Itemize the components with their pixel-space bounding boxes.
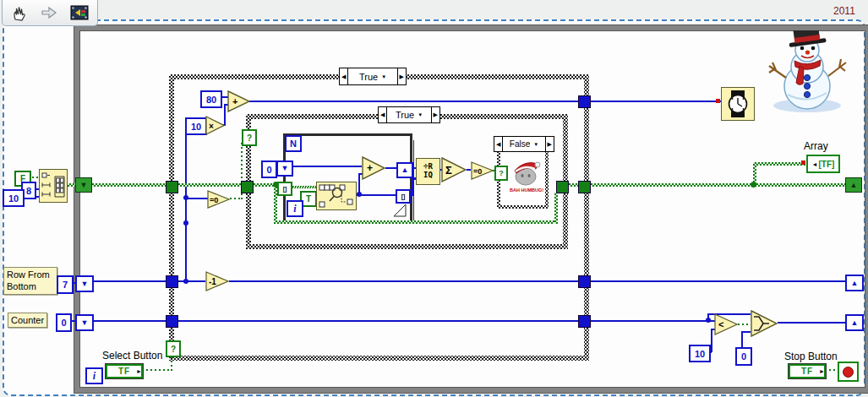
shift-register-counter-left[interactable]: ▼ (75, 314, 94, 331)
wire-shift-to-add[interactable] (290, 166, 362, 167)
search-array-node[interactable] (316, 182, 357, 210)
next-case-icon[interactable]: ▶ (398, 68, 406, 84)
tunnel-array-out[interactable] (578, 181, 591, 193)
wire-junction (357, 192, 362, 197)
wire-array-indicator-v[interactable] (753, 166, 756, 183)
edit-vi-icon-tool-icon[interactable] (69, 3, 90, 22)
rows-constant[interactable]: 10 (3, 189, 25, 207)
delay-base-constant[interactable]: 80 (200, 90, 222, 108)
wire-stop-button[interactable] (825, 369, 838, 371)
inner-case-selector[interactable]: ◀ True▼ ▶ (378, 106, 440, 123)
limit-constant[interactable]: 10 (689, 345, 711, 362)
wire-array-bypass-v2[interactable] (554, 192, 558, 224)
scroll-arrow-tool-icon[interactable] (40, 3, 58, 22)
wire-0-to-select[interactable] (741, 331, 751, 333)
tunnel-row-out[interactable] (578, 275, 591, 288)
inner-case-selector-terminal[interactable]: ? (242, 129, 257, 146)
prev-case-icon[interactable]: ◀ (379, 107, 386, 122)
while-iteration-terminal[interactable]: i (85, 367, 103, 384)
stop-button-terminal[interactable]: TF► (788, 363, 827, 379)
nested-case-selector-terminal[interactable]: ? (494, 166, 508, 181)
wire-counter-2[interactable] (177, 320, 578, 322)
wire-array-1[interactable] (90, 183, 167, 187)
wire-row-4[interactable] (589, 280, 845, 282)
shift-register-array-right[interactable]: ▲ (845, 177, 862, 193)
inner-tunnel-array-in[interactable] (241, 181, 254, 193)
multiply-function[interactable]: × (205, 116, 225, 135)
wire-array-5[interactable] (589, 183, 847, 187)
for-init-constant[interactable]: 0 (261, 160, 277, 178)
stop-sign-icon (843, 367, 854, 378)
add-array-elements-node[interactable]: Σ (441, 157, 467, 182)
inner-tunnel-array-out[interactable] (556, 181, 569, 193)
array-indicator-terminal[interactable]: ◄ [TF] (806, 155, 840, 173)
wire-row-to-search[interactable] (289, 186, 316, 188)
wire-delay-1[interactable] (248, 101, 578, 102)
row-equal-zero-node[interactable]: =0 (207, 190, 230, 209)
for-shift-register-right[interactable]: ▲ (396, 162, 413, 178)
prev-case-icon[interactable]: ◀ (340, 68, 347, 84)
case-dropdown-icon: ▼ (533, 142, 538, 147)
wire-array-2[interactable] (177, 183, 243, 187)
select-button-terminal[interactable]: TF► (105, 363, 144, 379)
outer-case-selector[interactable]: ◀ True▼ ▶ (339, 68, 407, 85)
shift-register-array-left[interactable]: ▼ (75, 177, 92, 193)
next-case-icon[interactable]: ▶ (546, 137, 554, 151)
equal-zero-node[interactable]: =0 (471, 161, 494, 180)
delay-scale-constant[interactable]: 10 (185, 117, 207, 135)
wire-select-button-h[interactable] (142, 369, 172, 371)
add-delay-function[interactable]: + (227, 90, 250, 112)
decrement-node[interactable]: -1 (205, 271, 229, 291)
wire-array-to-quotient-v[interactable] (412, 178, 414, 196)
tunnel-counter-in[interactable] (166, 315, 178, 328)
add-function[interactable]: + (362, 156, 385, 180)
wire-array-bypass-h[interactable] (274, 220, 558, 224)
shift-register-row-left[interactable]: ▼ (75, 275, 94, 292)
wire-select-out[interactable] (778, 322, 846, 324)
row-start-constant[interactable]: 7 (57, 275, 74, 294)
wire-junction (183, 220, 188, 226)
counter-start-constant[interactable]: 0 (56, 313, 72, 332)
wire-10-up[interactable] (711, 329, 712, 352)
wire-row-branch-v[interactable] (185, 128, 187, 282)
for-loop-dogear (393, 204, 407, 217)
nested-case-selector[interactable]: ◀ False▼ ▶ (494, 136, 554, 152)
for-shift-register-left[interactable]: ▼ (276, 160, 293, 177)
shift-register-counter-right[interactable]: ▲ (845, 314, 864, 331)
auto-index-in-tunnel[interactable]: [] (277, 182, 292, 196)
wire-add-to-shift[interactable] (385, 167, 396, 169)
outer-case-selector-terminal[interactable]: ? (166, 340, 181, 357)
tunnel-array-in[interactable] (166, 181, 178, 193)
wire-counter-1[interactable] (90, 320, 167, 322)
wire-junction (706, 318, 711, 323)
for-loop-iteration-terminal[interactable]: i (287, 200, 303, 217)
wire-row-3[interactable] (229, 280, 578, 282)
wire-0-up[interactable] (741, 331, 743, 347)
wire-row-2[interactable] (177, 280, 205, 282)
initialize-array-node[interactable] (39, 169, 68, 203)
reset-constant[interactable]: 0 (735, 347, 752, 366)
wire-row-1[interactable] (90, 280, 167, 282)
next-case-icon[interactable]: ▶ (432, 107, 439, 122)
wire-array-4[interactable] (567, 183, 579, 187)
tunnel-row-in[interactable] (166, 275, 178, 288)
less-than-node[interactable]: < (714, 313, 738, 335)
select-function[interactable] (751, 310, 778, 337)
stop-button-label: Stop Button (784, 351, 838, 362)
auto-index-out-tunnel[interactable]: [] (396, 189, 411, 204)
prev-case-icon[interactable]: ◀ (494, 137, 502, 151)
loop-condition-terminal[interactable] (838, 362, 859, 382)
wire-counter-3[interactable] (589, 320, 715, 322)
tunnel-counter-out[interactable] (578, 315, 591, 328)
wait-ms-node[interactable] (721, 87, 755, 121)
operate-value-tool-icon[interactable] (10, 3, 29, 22)
wire-search-out[interactable] (357, 194, 396, 196)
shift-register-row-right[interactable]: ▲ (845, 275, 864, 291)
quotient-remainder-node[interactable]: ÷R IQ (416, 158, 440, 185)
wire-array-indicator-h[interactable] (753, 162, 805, 166)
wire-less-to-select[interactable] (738, 324, 751, 325)
wire-delay-2[interactable] (589, 101, 722, 102)
tunnel-delay-out[interactable] (578, 95, 591, 108)
for-loop-count-terminal[interactable]: N (285, 135, 302, 152)
wire-row-to-equal[interactable] (185, 198, 208, 199)
